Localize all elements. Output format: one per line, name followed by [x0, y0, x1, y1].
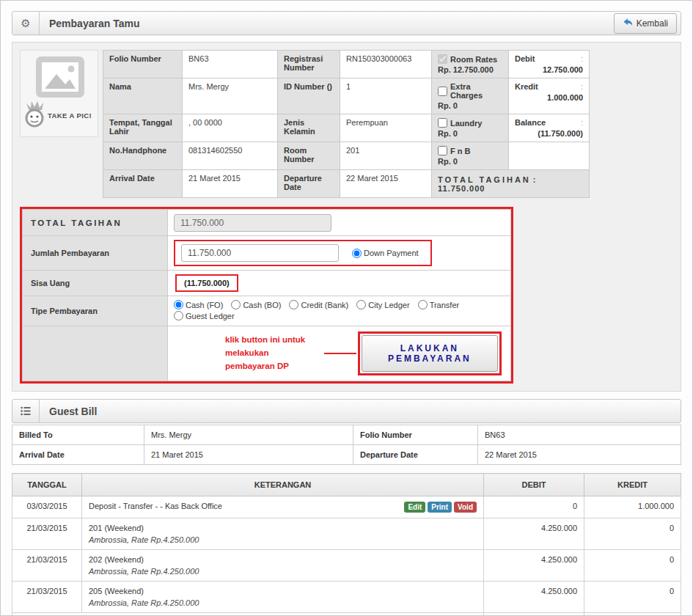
guest-ledger-radio[interactable] — [174, 311, 183, 320]
guest-bill-title: Guest Bill — [40, 406, 97, 417]
guest-payment-panel: TAKE A PIC! Folio Number BN63 Registrasi… — [12, 42, 681, 392]
credit-bank-radio[interactable] — [289, 300, 298, 309]
annotation-connector-line — [324, 353, 356, 354]
page-header: ⚙ Pembayaran Tamu Kembali — [12, 11, 681, 35]
room-rates-checkbox[interactable] — [438, 54, 447, 64]
bill-rate-note: Ambrossia, Rate Rp.4.250.000 — [89, 535, 477, 544]
bill-rate-note: Ambrossia, Rate Rp.4.250.000 — [89, 567, 477, 576]
charge-room-rates: Room Rates Rp. 12.750.000 — [432, 51, 509, 78]
bill-debit: 4.250.000 — [484, 582, 584, 613]
page: ⚙ Pembayaran Tamu Kembali — [0, 0, 693, 616]
bill-info-value: 21 Maret 2015 — [144, 445, 353, 465]
field-value: Mrs. Mergy — [183, 78, 278, 114]
lakukan-pembayaran-button[interactable]: LAKUKAN PEMBAYARAN — [362, 335, 498, 372]
bill-info-value: BN63 — [478, 425, 681, 445]
field-value: 201 — [340, 142, 432, 170]
charge-fnb: F n B Rp. 0 — [432, 142, 509, 170]
bill-kredit: 0 — [584, 518, 681, 550]
field-label: No.Handphone — [103, 142, 183, 170]
bill-info-label: Folio Number — [353, 425, 478, 445]
total-tagihan-input — [174, 214, 331, 232]
payment-type-cash-bo[interactable]: Cash (BO) — [231, 300, 281, 309]
sisa-uang-label: Sisa Uang — [23, 271, 168, 296]
summary-kredit: Kredit: 1.000.000 — [509, 78, 590, 114]
bill-info-value: 22 Maret 2015 — [478, 445, 681, 465]
total-debit: 12.750.000 — [484, 613, 584, 616]
bill-table: TANGGAL KETERANGAN DEBIT KREDIT 03/03/20… — [12, 473, 681, 616]
summary-balance: Balance: (11.750.000) — [509, 114, 590, 142]
page-title: Pembayaran Tamu — [40, 18, 139, 29]
payment-type-credit-bank[interactable]: Credit (Bank) — [289, 300, 348, 309]
list-icon — [12, 400, 40, 422]
field-value: 22 Maret 2015 — [340, 170, 432, 198]
bill-date: 03/03/2015 — [12, 496, 82, 518]
payment-form: TOTAL TAGIHAN Jumlah Pembayaran Down Pay… — [22, 209, 511, 381]
jumlah-highlight-box: Down Payment — [174, 240, 432, 266]
total-label: Total — [12, 613, 484, 616]
bill-rate-note: Ambrossia, Rate Rp.4.250.000 — [89, 598, 477, 607]
guest-bill-header: Guest Bill — [12, 399, 681, 423]
photo-caption: TAKE A PIC! — [48, 111, 92, 120]
pay-row-spacer — [23, 326, 168, 381]
field-value: 081314602550 — [183, 142, 278, 170]
bill-description: 202 (Weekend) Ambrossia, Rate Rp.4.250.0… — [82, 550, 484, 582]
jumlah-pembayaran-input[interactable] — [181, 244, 339, 262]
bill-description: Edit Print Void Deposit - Transfer - - K… — [82, 496, 484, 518]
back-button[interactable]: Kembali — [614, 13, 677, 34]
summary-debit: Debit: 12.750.000 — [509, 51, 590, 78]
bill-info-value: Mrs. Mergy — [144, 425, 353, 445]
fnb-checkbox[interactable] — [438, 146, 447, 155]
transfer-radio[interactable] — [418, 300, 428, 309]
bill-debit: 0 — [484, 496, 584, 518]
down-payment-option[interactable]: Down Payment — [352, 249, 419, 258]
cash-fo-radio[interactable] — [174, 300, 183, 309]
edit-button[interactable]: Edit — [404, 502, 425, 513]
bill-row: 21/03/2015 205 (Weekend) Ambrossia, Rate… — [12, 582, 681, 613]
image-placeholder-icon — [36, 56, 84, 99]
field-value: BN63 — [183, 51, 278, 78]
field-label: Nama — [103, 78, 183, 114]
bill-date: 21/03/2015 — [12, 518, 82, 550]
field-label: ID Number () — [278, 78, 340, 114]
extra-charges-checkbox[interactable] — [438, 87, 447, 96]
back-button-label: Kembali — [637, 18, 668, 29]
bill-kredit: 0 — [584, 550, 681, 582]
field-label: Tempat, Tanggal Lahir — [103, 114, 183, 142]
bill-info-label: Arrival Date — [12, 445, 144, 465]
charge-amount: Rp. 0 — [438, 157, 502, 166]
payment-type-cash-fo[interactable]: Cash (FO) — [174, 300, 223, 309]
laundry-checkbox[interactable] — [438, 118, 447, 128]
payment-type-city-ledger[interactable]: City Ledger — [356, 300, 409, 309]
bill-row: 21/03/2015 201 (Weekend) Ambrossia, Rate… — [12, 518, 681, 550]
col-header-kredit: KREDIT — [584, 474, 681, 496]
down-payment-radio[interactable] — [352, 249, 362, 258]
bill-description: 201 (Weekend) Ambrossia, Rate Rp.4.250.0… — [82, 518, 484, 550]
cash-bo-radio[interactable] — [231, 300, 241, 309]
field-label: Jenis Kelamin — [278, 114, 340, 142]
tipe-pembayaran-label: Tipe Pembayaran — [23, 296, 168, 326]
gear-icon[interactable]: ⚙ — [12, 12, 40, 34]
bill-row: 03/03/2015 Edit Print Void Deposit - Tra… — [12, 496, 681, 518]
pay-annotation: klik button ini untuk melakukan pembayar… — [225, 334, 324, 373]
city-ledger-radio[interactable] — [356, 300, 366, 309]
field-label: Arrival Date — [103, 170, 183, 198]
void-button[interactable]: Void — [454, 502, 477, 513]
bill-total-row: Total 12.750.000 1.000.000 — [12, 613, 681, 616]
guest-photo-placeholder[interactable]: TAKE A PIC! — [20, 50, 98, 137]
guest-info-table: Folio Number BN63 Registrasi Number RN15… — [103, 50, 590, 198]
bill-debit: 4.250.000 — [484, 518, 584, 550]
sisa-uang-value: (11.750.000) — [175, 274, 238, 292]
print-row-button[interactable]: Print — [428, 502, 452, 513]
charge-laundry: Laundry Rp. 0 — [432, 114, 509, 142]
bill-row: 21/03/2015 202 (Weekend) Ambrossia, Rate… — [12, 550, 681, 582]
payment-type-transfer[interactable]: Transfer — [418, 300, 460, 309]
payment-type-guest-ledger[interactable]: Guest Ledger — [174, 311, 235, 320]
charge-amount: Rp. 0 — [438, 101, 502, 110]
payment-form-highlight-box: TOTAL TAGIHAN Jumlah Pembayaran Down Pay… — [20, 207, 513, 384]
summary-empty — [509, 142, 590, 170]
col-header-tanggal: TANGGAL — [12, 474, 82, 496]
col-header-keterangan: KETERANGAN — [82, 474, 484, 496]
bill-debit: 4.250.000 — [484, 550, 584, 582]
charge-amount: Rp. 12.750.000 — [438, 65, 502, 74]
mascot-face-icon — [23, 100, 48, 131]
